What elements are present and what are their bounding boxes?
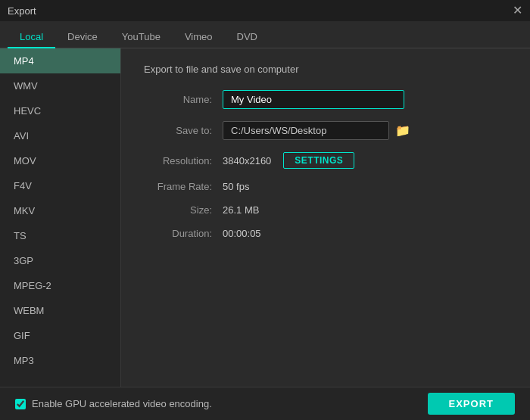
frame-rate-label: Frame Rate:: [144, 181, 212, 192]
browse-folder-button[interactable]: 📁: [395, 123, 410, 138]
sidebar-item-mkv[interactable]: MKV: [0, 198, 120, 223]
frame-rate-value: 50 fps: [223, 181, 249, 192]
export-button[interactable]: EXPORT: [428, 393, 515, 415]
sidebar-item-f4v[interactable]: F4V: [0, 173, 120, 198]
tab-youtube[interactable]: YouTube: [110, 26, 173, 48]
tab-device[interactable]: Device: [55, 26, 110, 48]
tab-dvd[interactable]: DVD: [225, 26, 270, 48]
sidebar-item-wmv[interactable]: WMV: [0, 73, 120, 98]
sidebar-item-gif[interactable]: GIF: [0, 323, 120, 348]
sidebar-item-mp3[interactable]: MP3: [0, 348, 120, 373]
sidebar-item-mov[interactable]: MOV: [0, 148, 120, 173]
content-area: Export to file and save on computer Name…: [121, 48, 530, 387]
gpu-encoding-checkbox-label[interactable]: Enable GPU accelerated video encoding.: [15, 398, 212, 409]
sidebar-item-avi[interactable]: AVI: [0, 123, 120, 148]
window-title: Export: [8, 5, 36, 17]
gpu-encoding-checkbox[interactable]: [15, 399, 26, 409]
size-label: Size:: [144, 204, 212, 216]
sidebar-item-webm[interactable]: WEBM: [0, 298, 120, 323]
title-bar: Export ✕: [0, 0, 530, 21]
settings-button[interactable]: SETTINGS: [283, 152, 354, 169]
tab-vimeo[interactable]: Vimeo: [173, 26, 225, 48]
name-label: Name:: [144, 94, 212, 105]
section-title: Export to file and save on computer: [144, 64, 507, 75]
duration-row: Duration: 00:00:05: [144, 228, 507, 239]
name-row: Name:: [144, 90, 507, 109]
size-row: Size: 26.1 MB: [144, 204, 507, 216]
resolution-value: 3840x2160: [223, 155, 271, 166]
main-area: MP4 WMV HEVC AVI MOV F4V MKV TS 3GP MPEG…: [0, 48, 530, 387]
resolution-row: Resolution: 3840x2160 SETTINGS: [144, 152, 507, 169]
tabs-bar: Local Device YouTube Vimeo DVD: [0, 21, 530, 48]
save-to-row: Save to: C:/Users/WS/Desktop 📁: [144, 121, 507, 140]
frame-rate-row: Frame Rate: 50 fps: [144, 181, 507, 192]
sidebar-item-3gp[interactable]: 3GP: [0, 248, 120, 273]
sidebar: MP4 WMV HEVC AVI MOV F4V MKV TS 3GP MPEG…: [0, 48, 121, 387]
sidebar-item-mpeg2[interactable]: MPEG-2: [0, 273, 120, 298]
sidebar-item-mp4[interactable]: MP4: [0, 48, 120, 73]
save-path-display: C:/Users/WS/Desktop: [223, 121, 389, 140]
sidebar-item-hevc[interactable]: HEVC: [0, 98, 120, 123]
folder-icon: 📁: [395, 124, 410, 137]
duration-label: Duration:: [144, 228, 212, 239]
resolution-label: Resolution:: [144, 155, 212, 166]
tab-local[interactable]: Local: [8, 26, 55, 48]
save-to-label: Save to:: [144, 125, 212, 136]
size-value: 26.1 MB: [223, 204, 259, 216]
close-button[interactable]: ✕: [513, 5, 522, 17]
footer: Enable GPU accelerated video encoding. E…: [0, 387, 530, 420]
gpu-encoding-label: Enable GPU accelerated video encoding.: [32, 398, 212, 409]
name-input[interactable]: [223, 90, 404, 109]
duration-value: 00:00:05: [223, 228, 261, 239]
sidebar-item-ts[interactable]: TS: [0, 223, 120, 248]
